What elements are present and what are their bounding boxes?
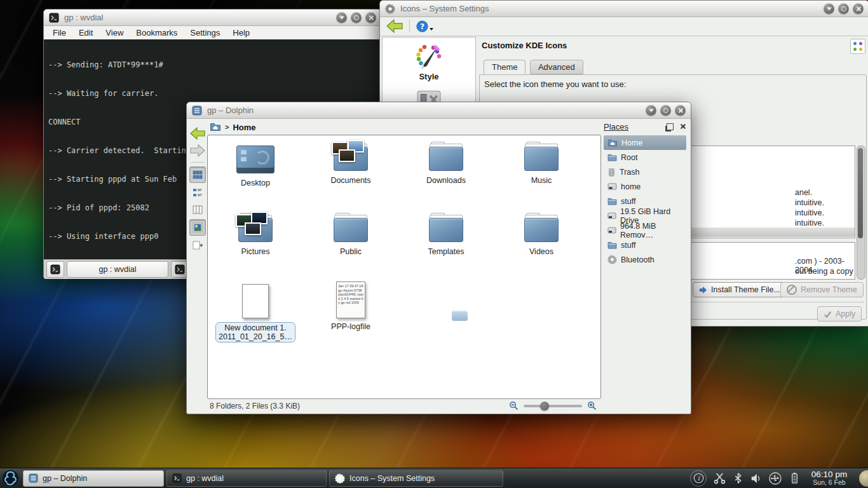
scrollbar-thumb[interactable] [858, 148, 863, 238]
maximize-button[interactable] [351, 12, 362, 23]
settings-toolbar [380, 17, 868, 36]
menu-view[interactable]: View [105, 28, 123, 37]
place-item-bluetooth[interactable]: Bluetooth [604, 252, 686, 267]
file-item-new-document[interactable]: New document 1. 2011_01_20_16_5… [211, 280, 300, 342]
remove-theme-button[interactable]: Remove Theme [780, 282, 864, 297]
usb-device-icon[interactable] [769, 472, 782, 485]
clock[interactable]: 06:10 pm Sun, 6 Feb [806, 470, 853, 486]
folder-item-public[interactable]: Public [306, 212, 395, 256]
theme-list-text-fragment: intuitive. [795, 219, 824, 227]
place-item-trash[interactable]: Trash [604, 165, 686, 179]
notifications-tray-icon[interactable] [690, 470, 707, 487]
menu-bookmarks[interactable]: Bookmarks [136, 28, 177, 37]
place-item-root[interactable]: Root [604, 150, 686, 165]
install-arrow-icon [699, 286, 707, 294]
zoom-slider-handle[interactable] [540, 402, 549, 410]
shade-button[interactable] [336, 12, 347, 23]
gear-icon [335, 473, 345, 484]
breadcrumb[interactable]: > Home [210, 120, 256, 134]
places-panel: Places Home Root Trash [604, 120, 686, 267]
folder-icon [607, 241, 617, 249]
sidebar-item-style[interactable]: Style [383, 37, 475, 81]
place-label: Trash [620, 168, 640, 177]
close-button[interactable] [853, 3, 864, 14]
zoom-in-icon[interactable] [587, 401, 597, 410]
battery-icon[interactable] [789, 472, 801, 484]
terminal-titlebar[interactable]: gp : wvdial [44, 10, 381, 26]
klipper-scissors-icon[interactable] [714, 472, 726, 484]
preview-toggle-button[interactable] [189, 219, 206, 236]
bluetooth-icon[interactable] [733, 473, 743, 484]
float-panel-icon[interactable] [667, 123, 674, 130]
folder-item-videos[interactable]: Videos [497, 212, 586, 256]
menu-help[interactable]: Help [233, 28, 250, 37]
back-button[interactable] [190, 126, 205, 141]
launcher-button[interactable] [2, 470, 19, 487]
forward-button[interactable] [190, 143, 205, 158]
place-item-removable[interactable]: 964.8 MiB Remov… [604, 223, 686, 238]
split-view-button[interactable] [190, 238, 205, 253]
close-button[interactable] [675, 105, 686, 116]
folder-item-downloads[interactable]: Downloads [402, 140, 491, 185]
place-item-stuff2[interactable]: stuff [604, 238, 686, 252]
terminal-line: --> Waiting for carrier. [48, 89, 377, 98]
panel-cashew[interactable] [857, 468, 868, 488]
folder-label: Documents [306, 176, 395, 185]
folder-item-documents[interactable]: Documents [306, 140, 395, 185]
maximize-button[interactable] [838, 3, 849, 14]
close-panel-icon[interactable] [680, 123, 686, 130]
forward-arrow-icon [190, 144, 205, 157]
back-button[interactable] [386, 19, 403, 33]
home-folder-icon[interactable] [210, 122, 221, 132]
details-view-button[interactable] [190, 185, 205, 200]
folder-item-templates[interactable]: Templates [402, 212, 491, 256]
place-item-home-drive[interactable]: home [604, 179, 686, 194]
folder-view[interactable]: Desktop Documents Downloads Music [207, 135, 601, 399]
new-tab-button[interactable] [46, 261, 64, 278]
folder-item-pictures[interactable]: Pictures [211, 212, 300, 256]
menu-edit[interactable]: Edit [79, 28, 93, 37]
columns-view-button[interactable] [190, 202, 205, 217]
zoom-out-icon[interactable] [509, 401, 519, 410]
terminal-tab[interactable]: gp : wvdial [67, 261, 168, 278]
folder-item-music[interactable]: Music [497, 140, 586, 185]
shade-button[interactable] [646, 105, 656, 116]
file-label-line2: 2011_01_20_16_5… [219, 332, 292, 341]
dolphin-window[interactable]: gp – Dolphin > Home [186, 102, 691, 414]
file-item-ppp-logfile[interactable]: Jan 17 09:47:18 gp-Aspire-5738 pppd[1946… [306, 280, 395, 331]
settings-titlebar[interactable]: Icons – System Settings [380, 1, 868, 17]
pictures-folder-icon [238, 217, 273, 242]
menu-settings[interactable]: Settings [190, 28, 220, 37]
folder-label: Videos [497, 247, 586, 256]
place-label: stuff [621, 241, 635, 250]
maximize-button[interactable] [660, 105, 671, 116]
volume-icon[interactable] [750, 473, 762, 484]
task-dolphin[interactable]: gp – Dolphin [23, 470, 164, 487]
folder-icon [524, 217, 559, 242]
dolphin-titlebar[interactable]: gp – Dolphin [187, 102, 691, 119]
task-terminal[interactable]: gp : wvdial [166, 470, 327, 487]
task-label: gp : wvdial [186, 474, 224, 483]
menu-file[interactable]: File [53, 28, 66, 37]
task-system-settings[interactable]: Icons – System Settings [329, 470, 503, 487]
breadcrumb-separator: > [225, 123, 229, 131]
terminal-icon [172, 473, 182, 483]
folder-item-desktop[interactable]: Desktop [211, 140, 300, 187]
apply-button[interactable]: Apply [817, 306, 862, 322]
help-button[interactable] [416, 20, 433, 32]
install-theme-button[interactable]: Install Theme File... [693, 282, 787, 297]
tab-theme[interactable]: Theme [484, 60, 526, 74]
clock-date: Sun, 6 Feb [806, 479, 853, 486]
shade-button[interactable] [824, 3, 834, 14]
icons-view-button[interactable] [189, 166, 206, 183]
folder-icon [429, 146, 463, 171]
theme-list-scrollbar[interactable] [857, 146, 865, 280]
close-button[interactable] [365, 12, 376, 23]
breadcrumb-current[interactable]: Home [233, 123, 255, 132]
kcm-heading: Customize KDE Icons [482, 41, 567, 50]
file-label-line1: New document 1. [219, 323, 292, 332]
zoom-slider[interactable] [524, 405, 582, 407]
tab-advanced[interactable]: Advanced [530, 60, 583, 74]
folder-label: Music [497, 176, 586, 185]
place-item-home[interactable]: Home [604, 135, 686, 150]
